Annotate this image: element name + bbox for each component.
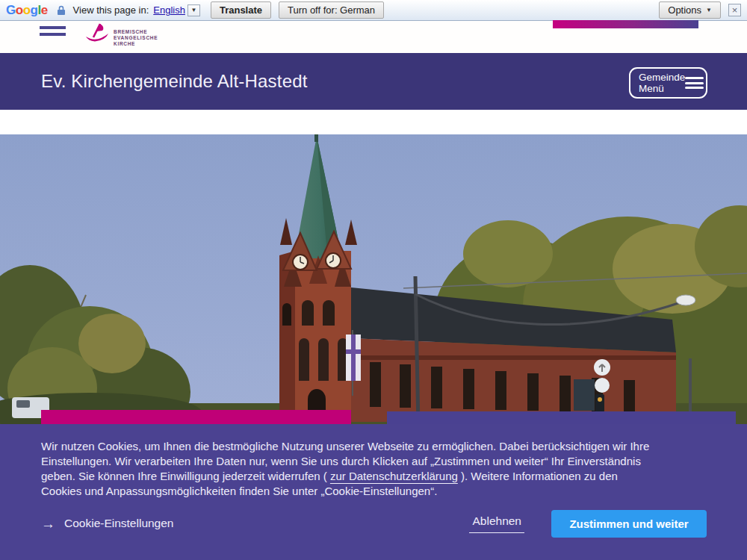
translate-bar-left: Google View this page in: English ▼ Tran… <box>6 1 391 19</box>
menu-hamburger-icon <box>685 75 704 92</box>
cookie-buttons: Ablehnen Zustimmen und weiter <box>469 510 707 538</box>
lock-icon <box>57 5 66 16</box>
view-page-label: View this page in: <box>73 4 149 16</box>
page-title: Ev. Kirchengemeinde Alt-Hastedt <box>41 71 308 92</box>
translate-bar-right: Options▼ × <box>659 1 741 19</box>
google-translate-bar: Google View this page in: English ▼ Tran… <box>0 0 747 21</box>
gemeinde-menu-button[interactable]: Gemeinde Menü <box>629 67 707 99</box>
boat-icon <box>84 22 111 49</box>
options-button[interactable]: Options▼ <box>659 1 721 19</box>
turn-off-button[interactable]: Turn off for: German <box>279 1 384 19</box>
cookie-text: Wir nutzen Cookies, um Ihnen die bestmög… <box>41 439 655 499</box>
cookie-actions: → Cookie-Einstellungen Ablehnen Zustimme… <box>41 509 707 538</box>
logo-text: Bremische Evangelische Kirche <box>114 29 158 47</box>
arrow-sign <box>595 378 610 393</box>
translate-button[interactable]: Translate <box>211 1 271 19</box>
cookie-consent-banner: Wir nutzen Cookies, um Ihnen die bestmög… <box>0 424 747 560</box>
traffic-light <box>595 394 604 412</box>
chevron-down-icon: ▼ <box>706 7 712 13</box>
language-dropdown[interactable]: ▼ <box>187 4 200 16</box>
header-gradient-strip <box>553 20 698 28</box>
bek-logo[interactable]: Bremische Evangelische Kirche <box>84 22 158 49</box>
cookie-settings-link[interactable]: → Cookie-Einstellungen <box>41 517 173 531</box>
decline-button[interactable]: Ablehnen <box>469 514 524 533</box>
menu-button-label: Gemeinde Menü <box>639 72 685 95</box>
title-bar: Ev. Kirchengemeinde Alt-Hastedt Gemeinde… <box>0 53 747 110</box>
language-link[interactable]: English <box>153 4 185 16</box>
hamburger-menu-icon[interactable] <box>40 26 66 39</box>
page: Google View this page in: English ▼ Tran… <box>0 0 747 560</box>
google-logo: Google <box>6 3 48 18</box>
close-translate-icon[interactable]: × <box>728 4 741 16</box>
accept-button[interactable]: Zustimmen und weiter <box>551 510 707 538</box>
arrow-right-icon: → <box>41 517 55 531</box>
chevron-down-icon: ▼ <box>190 7 196 13</box>
privacy-policy-link[interactable]: zur Datenschutzerklärung <box>330 470 458 482</box>
